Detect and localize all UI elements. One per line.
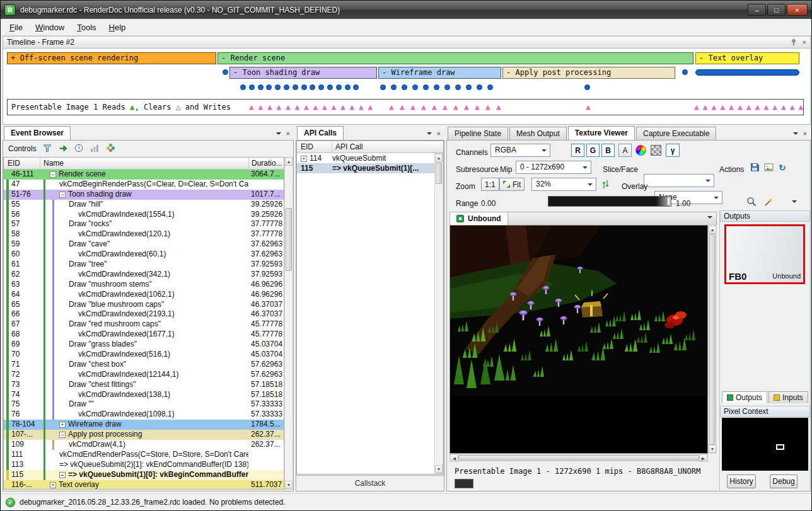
write-marker-icon[interactable]: ▲ <box>496 101 501 113</box>
menu-help[interactable]: Help <box>103 20 132 35</box>
event-row[interactable]: 46-111−Render scene3064.7... <box>4 169 284 180</box>
write-marker-icon[interactable]: ▲ <box>738 101 743 113</box>
panel-menu-icon[interactable] <box>276 132 281 137</box>
green-channel-button[interactable]: G <box>586 144 600 157</box>
timeline-draw-dot[interactable] <box>412 84 418 90</box>
timeline-draw-dot[interactable] <box>423 84 429 90</box>
menu-file[interactable]: File <box>3 20 29 35</box>
timeline-draw-dot[interactable] <box>258 84 264 90</box>
write-marker-icon[interactable]: ▲ <box>332 101 337 113</box>
write-marker-icon[interactable]: ▲ <box>443 101 448 113</box>
tab-pipeline-state[interactable]: Pipeline State <box>448 127 508 140</box>
timeline-draw-dot[interactable] <box>345 84 351 90</box>
timeline-draw-dot[interactable] <box>318 84 324 90</box>
red-channel-button[interactable]: R <box>571 144 584 157</box>
timeline-event-dot[interactable] <box>682 69 688 75</box>
pin-icon[interactable] <box>791 38 798 47</box>
timeline-draw-dot[interactable] <box>266 84 272 90</box>
timeline-draw-dot[interactable] <box>249 84 255 90</box>
timeline-draw-dot[interactable] <box>444 84 450 90</box>
column-eid[interactable]: EID <box>297 141 332 152</box>
zoom-select[interactable]: 32% <box>531 178 596 191</box>
timeline-section[interactable]: - Apply post processing <box>502 67 675 79</box>
minimize-button[interactable]: – <box>748 4 766 16</box>
timeline-draw-dot[interactable] <box>301 84 307 90</box>
timeline-draw-dot[interactable] <box>240 84 246 90</box>
timeline-draw-dot[interactable] <box>327 84 333 90</box>
event-grid-header[interactable]: EID Name Duratio... <box>4 158 284 169</box>
write-marker-icon[interactable]: ▲ <box>400 101 405 113</box>
tab-inputs[interactable]: Inputs <box>768 391 808 403</box>
event-row[interactable]: 55Draw "hill"39.25926 <box>4 200 284 210</box>
event-row[interactable]: 116-...+Text overlay511.7037 <box>4 480 284 489</box>
timeline-draw-dot[interactable] <box>293 84 298 90</box>
texture-viewer-close-icon[interactable]: × <box>803 130 807 137</box>
write-marker-icon[interactable]: ▲ <box>432 101 437 113</box>
event-row[interactable]: 72vkCmdDrawIndexed(12144,1)57.62963 <box>4 370 284 380</box>
event-row[interactable]: 78-104+Wireframe draw1784.5... <box>4 420 284 430</box>
event-row[interactable]: 76vkCmdDrawIndexed(1098,1)57.33333 <box>4 410 284 420</box>
zoom-range-icon[interactable] <box>746 195 757 208</box>
write-marker-icon[interactable]: ▲ <box>763 101 768 113</box>
range-min-value[interactable]: 0.00 <box>481 197 496 210</box>
write-marker-icon[interactable]: ▲ <box>712 101 717 113</box>
write-marker-icon[interactable]: ▲ <box>694 101 699 113</box>
time-icon[interactable] <box>74 144 84 154</box>
history-button[interactable]: History <box>727 474 756 488</box>
write-marker-icon[interactable]: ▲ <box>304 101 309 113</box>
event-browser-scrollbar[interactable]: ▲ ▼ <box>284 157 293 490</box>
tab-texture-viewer[interactable]: Texture Viewer <box>568 126 635 140</box>
texture-vscrollbar[interactable]: ▲ ▼ <box>708 225 717 454</box>
write-marker-icon[interactable]: ▲ <box>720 101 725 113</box>
event-row[interactable]: 47vkCmdBeginRenderPass(C=Clear, D=Clear,… <box>4 180 284 190</box>
channels-select[interactable]: RGBA <box>490 144 550 157</box>
color-wheel-icon[interactable] <box>635 144 646 157</box>
panel-menu-icon[interactable] <box>427 132 432 137</box>
scroll-right-icon[interactable]: ▶ <box>699 454 707 461</box>
fb0-thumbnail[interactable]: FB0 Unbound <box>724 224 805 284</box>
write-marker-icon[interactable]: ▲ <box>359 101 364 113</box>
timeline-header[interactable]: Timeline - Frame #2 × <box>3 36 811 49</box>
timeline-draw-dot[interactable] <box>487 84 493 90</box>
event-row[interactable]: 109vkCmdDraw(4,1)262.37... <box>4 440 284 450</box>
scroll-thumb[interactable] <box>436 163 442 184</box>
mip-select[interactable]: 0 - 1272x690 <box>516 161 591 174</box>
write-marker-icon[interactable]: ▲ <box>368 101 373 113</box>
scroll-up-icon[interactable]: ▲ <box>435 154 443 162</box>
timeline-section[interactable]: - Text overlay <box>695 52 799 64</box>
timeline-draw-dot[interactable] <box>353 84 359 90</box>
event-row[interactable]: 66vkCmdDrawIndexed(2193,1)46.37037 <box>4 309 284 319</box>
timeline-draw-dot[interactable] <box>434 84 439 90</box>
event-row[interactable]: 59Draw "cave"37.62963 <box>4 239 284 250</box>
event-row[interactable]: 69Draw "grass blades"45.03704 <box>4 340 284 350</box>
event-row[interactable]: 70vkCmdDrawIndexed(516,1)45.03704 <box>4 350 284 360</box>
write-marker-icon[interactable]: ▲ <box>313 101 318 113</box>
api-grid-header[interactable]: EID API Call <box>297 141 443 153</box>
write-marker-icon[interactable]: ▲ <box>410 101 415 113</box>
texture-hscrollbar[interactable]: ◀ ▶ <box>450 454 708 462</box>
range-slider[interactable] <box>548 196 671 207</box>
maximize-button[interactable]: □ <box>767 4 786 16</box>
write-marker-icon[interactable]: ▲ <box>453 101 458 113</box>
write-marker-icon[interactable]: ▲ <box>267 101 272 113</box>
timeline-draw-dot[interactable] <box>391 84 397 90</box>
scroll-up-icon[interactable]: ▲ <box>285 158 293 166</box>
timeline-section[interactable]: - Toon shading draw <box>229 67 377 79</box>
menu-window[interactable]: Window <box>29 20 71 35</box>
event-row[interactable]: 68vkCmdDrawIndexed(1677,1)45.77778 <box>4 330 284 340</box>
refresh-icon[interactable]: ↻ <box>779 161 786 174</box>
event-row[interactable]: 75Draw ""57.33333 <box>4 399 284 410</box>
texture-list-icon[interactable] <box>707 216 712 221</box>
callstack-section[interactable]: Callstack <box>296 475 444 491</box>
event-row[interactable]: 64vkCmdDrawIndexed(1062,1)46.96296 <box>4 290 284 300</box>
event-row[interactable]: 111vkCmdEndRenderPass(C=Store, D=Store, … <box>4 450 284 460</box>
write-marker-icon[interactable]: ▲ <box>295 101 300 113</box>
event-row[interactable]: 63Draw "mushroom stems"46.96296 <box>4 280 284 290</box>
column-duration[interactable]: Duratio... <box>248 158 284 169</box>
event-row[interactable]: 58vkCmdDrawIndexed(120,1)37.77778 <box>4 229 284 239</box>
write-marker-icon[interactable]: ▲ <box>249 101 254 113</box>
fit-button[interactable]: Fit <box>499 178 525 191</box>
event-row[interactable]: 60vkCmdDrawIndexed(60,1)37.62963 <box>4 250 284 260</box>
timeline-draw-dot[interactable] <box>402 84 407 90</box>
write-marker-icon[interactable]: ▲ <box>746 101 751 113</box>
